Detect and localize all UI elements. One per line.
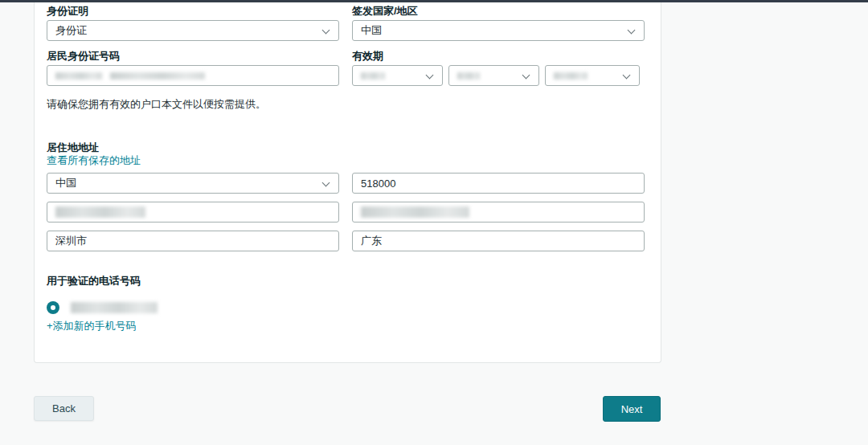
validity-month-select[interactable] bbox=[448, 65, 539, 86]
province-input[interactable]: 广东 bbox=[352, 231, 645, 251]
identity-proof-field: 身份证明 身份证 bbox=[47, 6, 339, 41]
province-value: 广东 bbox=[361, 234, 382, 248]
chevron-down-icon bbox=[623, 71, 631, 80]
issuing-country-value: 中国 bbox=[361, 23, 382, 38]
redacted-value bbox=[457, 72, 480, 80]
chevron-down-icon bbox=[426, 71, 434, 80]
city-input[interactable]: 深圳市 bbox=[47, 231, 339, 251]
city-value: 深圳市 bbox=[55, 234, 87, 248]
issuing-country-field: 签发国家/地区 中国 bbox=[352, 6, 645, 41]
next-button[interactable]: Next bbox=[603, 396, 661, 422]
issuing-country-select[interactable]: 中国 bbox=[352, 20, 645, 41]
hukou-note: 请确保您拥有有效的户口本文件以便按需提供。 bbox=[47, 99, 649, 110]
phone-option-row bbox=[47, 300, 649, 316]
identity-proof-label: 身份证明 bbox=[47, 6, 339, 17]
redacted-value bbox=[554, 72, 588, 80]
phone-label: 用于验证的电话号码 bbox=[47, 276, 649, 287]
identity-proof-select[interactable]: 身份证 bbox=[47, 20, 339, 41]
redacted-value bbox=[110, 72, 205, 80]
id-number-input[interactable] bbox=[47, 65, 339, 86]
address-line1-input[interactable] bbox=[47, 202, 339, 222]
address-line2-input[interactable] bbox=[352, 202, 645, 222]
issuing-country-label: 签发国家/地区 bbox=[352, 6, 645, 17]
chevron-down-icon bbox=[522, 71, 530, 80]
validity-label: 有效期 bbox=[352, 51, 645, 62]
address-country-value: 中国 bbox=[55, 176, 76, 190]
validity-year-select[interactable] bbox=[545, 65, 640, 86]
phone-radio-dot bbox=[51, 305, 55, 310]
view-saved-addresses-link[interactable]: 查看所有保存的地址 bbox=[47, 155, 649, 166]
form-card: 身份证明 身份证 签发国家/地区 中国 居民身份证号码 有效期 bbox=[34, 2, 661, 363]
redacted-value bbox=[55, 72, 102, 80]
postal-code-input[interactable]: 518000 bbox=[352, 173, 645, 194]
address-section-title: 居住地地址 bbox=[47, 142, 649, 153]
validity-field: 有效期 bbox=[352, 51, 645, 86]
chevron-down-icon bbox=[628, 27, 636, 35]
validity-day-select[interactable] bbox=[352, 65, 443, 86]
id-number-label: 居民身份证号码 bbox=[47, 51, 339, 62]
chevron-down-icon bbox=[322, 179, 330, 187]
chevron-down-icon bbox=[322, 27, 330, 35]
redacted-value bbox=[361, 206, 469, 218]
redacted-value bbox=[361, 72, 385, 80]
add-phone-link[interactable]: +添加新的手机号码 bbox=[47, 320, 649, 332]
id-number-field: 居民身份证号码 bbox=[47, 51, 339, 86]
identity-proof-value: 身份证 bbox=[55, 23, 87, 38]
postal-code-value: 518000 bbox=[361, 178, 395, 190]
redacted-value bbox=[55, 206, 145, 218]
back-button[interactable]: Back bbox=[34, 396, 94, 421]
phone-number-redacted bbox=[71, 302, 158, 313]
address-country-select[interactable]: 中国 bbox=[47, 173, 339, 194]
phone-radio[interactable] bbox=[47, 301, 59, 314]
